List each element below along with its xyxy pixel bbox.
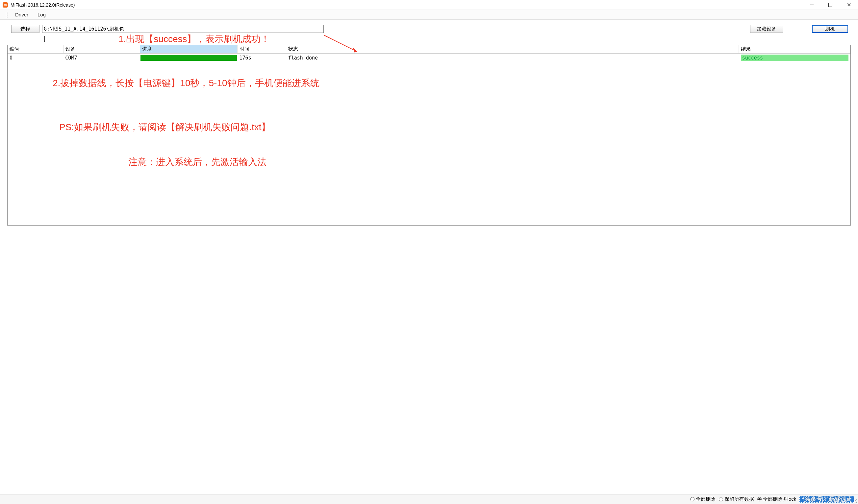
select-button[interactable]: 选择 xyxy=(11,25,39,33)
script-name[interactable]: flash_all_lock.bat xyxy=(799,496,854,503)
radio-icon xyxy=(690,497,695,501)
load-devices-button[interactable]: 加载设备 xyxy=(750,25,783,33)
resize-grip-icon[interactable] xyxy=(853,499,857,503)
col-progress[interactable]: 进度 xyxy=(140,45,237,53)
cell-time: 176s xyxy=(238,53,286,63)
menubar: Driver Log xyxy=(0,10,858,20)
col-device[interactable]: 设备 xyxy=(63,45,140,53)
cell-num: 0 xyxy=(7,53,63,63)
caret-indicator: | xyxy=(7,35,851,45)
col-time[interactable]: 时间 xyxy=(238,45,286,53)
radio-label: 全部删除并lock xyxy=(763,496,796,502)
toolbar-grip-icon xyxy=(6,12,8,18)
maximize-button[interactable] xyxy=(821,0,840,10)
flash-button[interactable]: 刷机 xyxy=(812,25,848,33)
radio-label: 保留所有数据 xyxy=(725,496,754,502)
window-controls: ✕ xyxy=(803,0,858,10)
minimize-button[interactable] xyxy=(803,0,821,10)
toolbar: 选择 加载设备 刷机 xyxy=(0,20,858,35)
progress-bar xyxy=(141,55,237,61)
main-area: | 1.出现【success】，表示刷机成功！ 编号 设备 进度 时间 状态 结… xyxy=(0,35,858,494)
footer: 全部删除 保留所有数据 全部删除并lock flash_all_lock.bat xyxy=(0,494,858,504)
table-row[interactable]: 0 COM7 176s flash done success xyxy=(7,53,851,63)
radio-icon xyxy=(719,497,723,501)
titlebar: m MiFlash 2016.12.22.0(Release) ✕ xyxy=(0,0,858,10)
app-icon: m xyxy=(3,2,8,7)
radio-icon xyxy=(757,497,762,501)
device-table: 编号 设备 进度 时间 状态 结果 0 COM7 176s flash done… xyxy=(7,45,851,226)
cell-status: flash done xyxy=(286,53,739,63)
col-status[interactable]: 状态 xyxy=(286,45,739,53)
result-badge: success xyxy=(741,54,848,61)
table-header-row: 编号 设备 进度 时间 状态 结果 xyxy=(7,45,851,53)
cell-result: success xyxy=(739,53,851,63)
radio-label: 全部删除 xyxy=(696,496,716,502)
window-title: MiFlash 2016.12.22.0(Release) xyxy=(11,2,803,7)
path-input[interactable] xyxy=(42,25,324,33)
radio-clean-all-lock[interactable]: 全部删除并lock xyxy=(757,496,796,502)
cell-progress xyxy=(140,53,237,63)
col-num[interactable]: 编号 xyxy=(7,45,63,53)
menu-log[interactable]: Log xyxy=(33,11,50,19)
radio-clean-all[interactable]: 全部删除 xyxy=(690,496,716,502)
footer-wrap: 全部删除 保留所有数据 全部删除并lock flash_all_lock.bat… xyxy=(0,494,858,504)
close-button[interactable]: ✕ xyxy=(840,0,858,10)
cell-device: COM7 xyxy=(63,53,140,63)
menu-driver[interactable]: Driver xyxy=(11,11,33,19)
col-result[interactable]: 结果 xyxy=(739,45,851,53)
radio-save-user-data[interactable]: 保留所有数据 xyxy=(719,496,754,502)
